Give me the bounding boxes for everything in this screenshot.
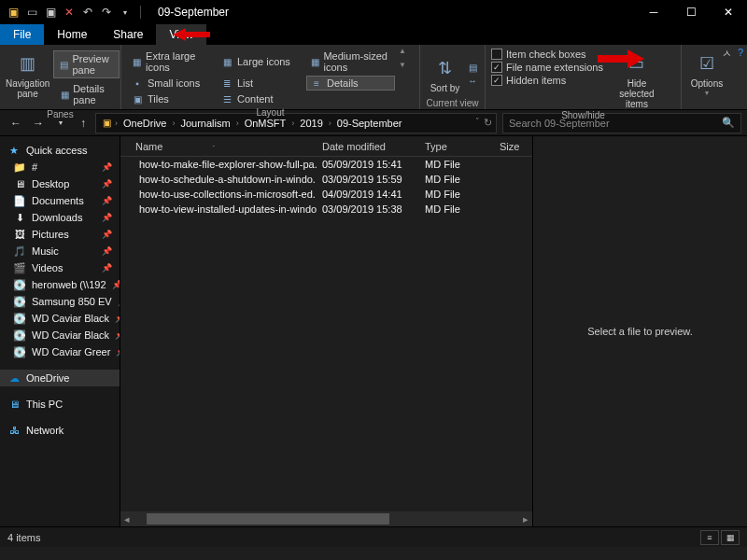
- crumb-2[interactable]: OnMSFT: [241, 118, 290, 129]
- options-button[interactable]: ☑ Options ▾: [687, 47, 726, 97]
- crumb-0[interactable]: OneDrive: [120, 118, 170, 129]
- layout-scroll-up[interactable]: ▲: [399, 47, 406, 55]
- properties-icon[interactable]: ▭: [24, 5, 39, 20]
- sort-by-button[interactable]: ⇅ Sort by: [426, 51, 464, 93]
- sidebar-item-0[interactable]: 📁#📌: [0, 159, 120, 175]
- check-item-boxes[interactable]: Item check boxes: [491, 49, 603, 60]
- sidebar-thispc[interactable]: 🖥This PC: [0, 396, 120, 413]
- maximize-button[interactable]: ☐: [672, 0, 710, 24]
- star-icon: ★: [7, 144, 21, 157]
- scroll-right-icon[interactable]: ▸: [519, 513, 532, 525]
- layout-scroll-down[interactable]: ▼: [399, 61, 406, 69]
- col-name[interactable]: Name ˆ: [130, 141, 317, 152]
- pin-icon: 📌: [102, 162, 112, 172]
- sort-indicator-icon: ˆ: [212, 144, 215, 152]
- close-button[interactable]: ✕: [710, 0, 747, 24]
- tiles-icon: ▣: [131, 93, 144, 105]
- window-title: 09-September: [158, 6, 229, 19]
- col-size[interactable]: Size: [494, 141, 531, 152]
- address-dropdown-icon[interactable]: ˅: [475, 117, 480, 129]
- file-row[interactable]: how-to-view-installed-updates-in-windo..…: [120, 202, 532, 217]
- sidebar-item-icon: ⬇: [13, 211, 26, 224]
- layout-list[interactable]: ≣List: [217, 76, 305, 91]
- sidebar-item-5[interactable]: 🎵Music📌: [0, 243, 120, 259]
- delete-icon[interactable]: ✕: [62, 5, 77, 20]
- minimize-button[interactable]: ─: [635, 0, 672, 24]
- view-details-btn[interactable]: ≡: [700, 530, 719, 545]
- sidebar-item-icon: 🖼: [13, 228, 26, 241]
- file-row[interactable]: how-to-make-file-explorer-show-full-pa..…: [120, 157, 532, 172]
- search-icon: 🔍: [722, 117, 735, 129]
- group-label-showhide: Show/hide: [491, 109, 675, 121]
- sidebar-item-9[interactable]: 💽WD Caviar Black📌: [0, 310, 120, 327]
- sidebar-item-3[interactable]: ⬇Downloads📌: [0, 209, 120, 226]
- ribbon-collapse-icon[interactable]: ㅅ: [722, 47, 732, 61]
- sidebar-item-7[interactable]: 💽heronweb (\\192📌: [0, 276, 120, 293]
- file-row[interactable]: how-to-use-collections-in-microsoft-ed..…: [120, 187, 532, 202]
- sidebar-item-10[interactable]: 💽WD Caviar Black📌: [0, 327, 120, 343]
- details-pane-icon: ▦: [60, 89, 69, 100]
- pin-icon: 📌: [102, 246, 112, 256]
- sidebar-item-icon: 🖥: [13, 177, 26, 190]
- crumb-4[interactable]: 09-September: [333, 118, 406, 129]
- sidebar-onedrive[interactable]: ☁OneDrive: [0, 370, 120, 386]
- view-thumbs-btn[interactable]: ▦: [721, 530, 740, 545]
- checkbox-hidden[interactable]: ✓: [491, 75, 502, 86]
- layout-extra-large[interactable]: ▦Extra large icons: [127, 49, 216, 75]
- sidebar-item-2[interactable]: 📄Documents📌: [0, 192, 120, 209]
- small-icon: ▪: [131, 77, 144, 89]
- status-bar: 4 items ≡ ▦: [0, 526, 747, 547]
- layout-large[interactable]: ▦Large icons: [217, 49, 305, 75]
- size-columns-icon[interactable]: ↔: [466, 75, 479, 86]
- sidebar-item-6[interactable]: 🎬Videos📌: [0, 259, 120, 276]
- undo-icon[interactable]: ↶: [80, 5, 95, 20]
- content-icon: ☰: [220, 93, 233, 105]
- add-columns-icon[interactable]: ▤: [466, 62, 479, 73]
- checkbox-ext[interactable]: ✓: [491, 62, 502, 73]
- preview-message: Select a file to preview.: [587, 326, 693, 337]
- layout-medium[interactable]: ▦Medium-sized icons: [306, 49, 395, 75]
- new-folder-icon[interactable]: ▣: [43, 5, 58, 20]
- quick-access[interactable]: ★Quick access: [0, 142, 120, 159]
- preview-pane: Select a file to preview.: [532, 136, 747, 526]
- layout-details[interactable]: ≡Details: [306, 76, 395, 91]
- tab-file[interactable]: File: [0, 24, 44, 45]
- preview-pane-button[interactable]: ▤Preview pane: [53, 50, 120, 78]
- med-icon: ▦: [310, 56, 319, 67]
- file-pane: Name ˆ Date modified Type Size how-to-ma…: [120, 136, 532, 526]
- horizontal-scrollbar[interactable]: ◂ ▸: [120, 511, 532, 526]
- sidebar-item-8[interactable]: 💽Samsung 850 EV📌: [0, 293, 120, 310]
- scroll-thumb[interactable]: [147, 513, 389, 525]
- sort-icon: ⇅: [432, 55, 458, 81]
- details-pane-button[interactable]: ▦Details pane: [53, 80, 120, 108]
- col-date[interactable]: Date modified: [317, 141, 419, 152]
- sidebar-network[interactable]: 🖧Network: [0, 422, 120, 439]
- file-list[interactable]: how-to-make-file-explorer-show-full-pa..…: [120, 157, 532, 511]
- tab-home[interactable]: Home: [44, 24, 100, 45]
- check-extensions[interactable]: ✓File name extensions: [491, 62, 603, 73]
- help-icon[interactable]: ?: [738, 47, 743, 61]
- scroll-left-icon[interactable]: ◂: [120, 513, 134, 525]
- network-icon: 🖧: [7, 424, 21, 437]
- large-icon: ▦: [220, 56, 233, 67]
- layout-content[interactable]: ☰Content: [217, 91, 305, 106]
- sidebar-item-11[interactable]: 💽WD Caviar Greer📌: [0, 343, 120, 360]
- redo-icon[interactable]: ↷: [99, 5, 114, 20]
- navigation-pane-button[interactable]: ▥ Navigation pane: [6, 47, 49, 99]
- qat-dropdown-icon[interactable]: ▾: [118, 5, 133, 20]
- crumb-3[interactable]: 2019: [296, 118, 326, 129]
- col-type[interactable]: Type: [419, 141, 494, 152]
- svg-marker-1: [598, 49, 644, 68]
- crumb-1[interactable]: Journalism: [176, 118, 233, 129]
- sidebar-item-1[interactable]: 🖥Desktop📌: [0, 175, 120, 192]
- group-label-layout: Layout: [127, 106, 414, 119]
- sidebar-item-4[interactable]: 🖼Pictures📌: [0, 226, 120, 243]
- file-row[interactable]: how-to-schedule-a-shutdown-in-windo...03…: [120, 172, 532, 187]
- checkbox-itemboxes[interactable]: [491, 49, 502, 60]
- ribbon-tabs: File Home Share View: [0, 24, 747, 45]
- check-hidden[interactable]: ✓Hidden items: [491, 75, 603, 86]
- layout-tiles[interactable]: ▣Tiles: [127, 91, 216, 106]
- layout-small[interactable]: ▪Small icons: [127, 76, 216, 91]
- tab-share[interactable]: Share: [100, 24, 156, 45]
- pin-icon: 📌: [102, 263, 112, 273]
